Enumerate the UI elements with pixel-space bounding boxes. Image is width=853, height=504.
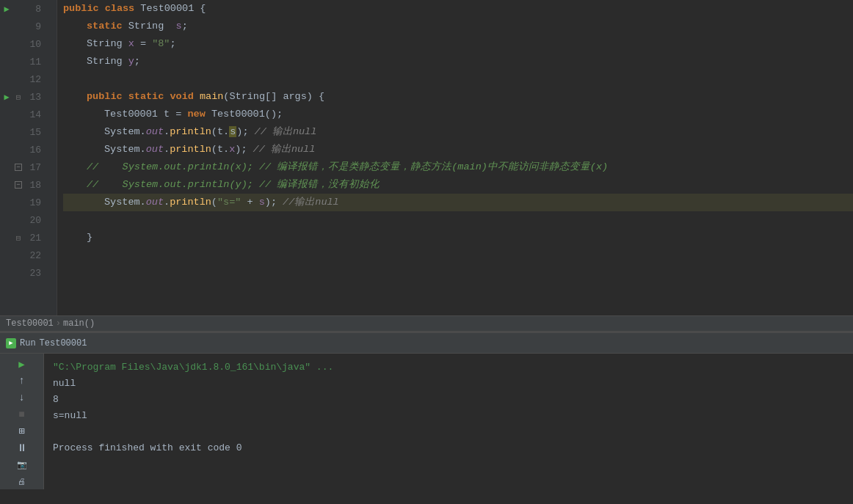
run-play-button[interactable]: ▶ (12, 357, 32, 372)
run-down-button[interactable]: ↓ (12, 390, 32, 406)
gutter-row-17: − 17 (0, 158, 57, 176)
output-line-2: null (53, 376, 844, 392)
code-content[interactable]: public class Test00001 { static String s… (57, 0, 853, 315)
fold-box-17[interactable]: − (15, 164, 22, 171)
run-tab-label: Run (20, 338, 36, 348)
run-icon-8[interactable]: ▶ (0, 4, 13, 15)
run-output: "C:\Program Files\Java\jdk1.8.0_161\bin\… (44, 354, 853, 489)
run-panel: ▶ Run Test00001 ▶ ↑ ↓ ■ ⊞ ⏸ 📷 🖨 "C:\Prog… (0, 332, 853, 488)
editor-area: ▶ 8 9 10 11 (0, 0, 853, 332)
code-line-17: // System.out.println(x); // 编译报错，不是类静态变… (63, 158, 853, 176)
output-line-6: Process finished with exit code 0 (53, 440, 844, 456)
line-num-15: 15 (23, 127, 47, 138)
run-grid-button[interactable]: ⊞ (12, 424, 32, 439)
code-line-18: // System.out.println(y); // 编译报错，没有初始化 (63, 176, 853, 194)
code-line-23 (63, 264, 853, 282)
run-panel-header: ▶ Run Test00001 (0, 333, 853, 354)
fold-17[interactable]: − (13, 164, 23, 171)
run-icon-13[interactable]: ▶ (0, 92, 13, 103)
output-line-4: s=null (53, 408, 844, 424)
gutter-row-9: 9 (0, 18, 57, 35)
code-line-21: } (63, 229, 853, 246)
code-line-22 (63, 246, 853, 264)
run-stop-button[interactable]: ■ (12, 407, 32, 423)
run-tab-icon: ▶ (6, 338, 16, 348)
line-num-18: 18 (23, 180, 47, 191)
gutter-row-16: 16 (0, 141, 57, 158)
code-container: ▶ 8 9 10 11 (0, 0, 853, 315)
gutter-row-12: 12 (0, 70, 57, 88)
code-line-9: static String s; (63, 18, 853, 35)
line-num-9: 9 (23, 21, 47, 32)
code-line-15: System.out.println(t.s); // 输出null (63, 123, 853, 141)
gutter-row-23: 23 (0, 264, 57, 282)
code-line-19: System.out.println(″s=″ + s); //输出null (63, 194, 853, 211)
gutter-row-18: − 18 (0, 176, 57, 194)
code-line-10: String x = ″8″; (63, 35, 853, 53)
fold-21[interactable]: ⊟ (13, 233, 23, 243)
line-gutter: ▶ 8 9 10 11 (0, 0, 57, 315)
code-line-11: String y; (63, 53, 853, 70)
code-line-12 (63, 70, 853, 88)
gutter-row-20: 20 (0, 211, 57, 229)
run-pause-button[interactable]: ⏸ (12, 440, 32, 456)
breadcrumb-sep: › (56, 318, 61, 329)
output-line-1: "C:\Program Files\Java\jdk1.8.0_161\bin\… (53, 359, 844, 376)
line-num-23: 23 (23, 268, 47, 279)
line-num-16: 16 (23, 145, 47, 156)
fold-18[interactable]: − (13, 181, 23, 189)
gutter-row-11: 11 (0, 53, 57, 70)
code-line-16: System.out.println(t.x); // 输出null (63, 141, 853, 158)
gutter-row-8: ▶ 8 (0, 0, 57, 18)
run-tab[interactable]: ▶ Run Test00001 (6, 338, 87, 348)
output-path: "C:\Program Files\Java\jdk1.8.0_161\bin\… (53, 362, 333, 373)
run-toolbar: ▶ ↑ ↓ ■ ⊞ ⏸ 📷 🖨 (0, 354, 44, 489)
line-num-22: 22 (23, 250, 47, 261)
line-num-12: 12 (23, 74, 47, 85)
gutter-row-13: ▶ ⊟ 13 (0, 88, 57, 106)
line-num-19: 19 (23, 197, 47, 208)
line-num-13: 13 (23, 92, 47, 103)
line-num-8: 8 (23, 4, 47, 15)
breadcrumb-method[interactable]: main() (63, 318, 95, 329)
code-line-14: Test00001 t = new Test00001(); (63, 106, 853, 123)
gutter-row-15: 15 (0, 123, 57, 141)
code-line-8: public class Test00001 { (63, 0, 853, 18)
gutter-row-22: 22 (0, 246, 57, 264)
run-panel-body: ▶ ↑ ↓ ■ ⊞ ⏸ 📷 🖨 "C:\Program Files\Java\j… (0, 354, 853, 489)
output-line-5 (53, 424, 844, 440)
breadcrumb-class[interactable]: Test00001 (6, 318, 54, 329)
line-num-10: 10 (23, 39, 47, 50)
fold-13[interactable]: ⊟ (13, 92, 23, 102)
code-line-13: public static void main(String[] args) { (63, 88, 853, 106)
line-num-14: 14 (23, 109, 47, 120)
run-cam-button[interactable]: 📷 (12, 457, 32, 472)
output-line-3: 8 (53, 392, 844, 408)
fold-box-18[interactable]: − (15, 181, 22, 189)
gutter-row-10: 10 (0, 35, 57, 53)
line-num-20: 20 (23, 215, 47, 226)
code-line-20 (63, 211, 853, 229)
gutter-row-21: ⊟ 21 (0, 229, 57, 246)
line-num-11: 11 (23, 56, 47, 67)
gutter-row-14: 14 (0, 106, 57, 123)
run-tab-name: Test00001 (40, 338, 87, 348)
line-num-17: 17 (23, 162, 47, 173)
gutter-row-19: 19 (0, 194, 57, 211)
run-up-button[interactable]: ↑ (12, 373, 32, 389)
line-num-21: 21 (23, 233, 47, 244)
run-print-button[interactable]: 🖨 (12, 474, 32, 489)
breadcrumb: Test00001 › main() (0, 315, 853, 332)
